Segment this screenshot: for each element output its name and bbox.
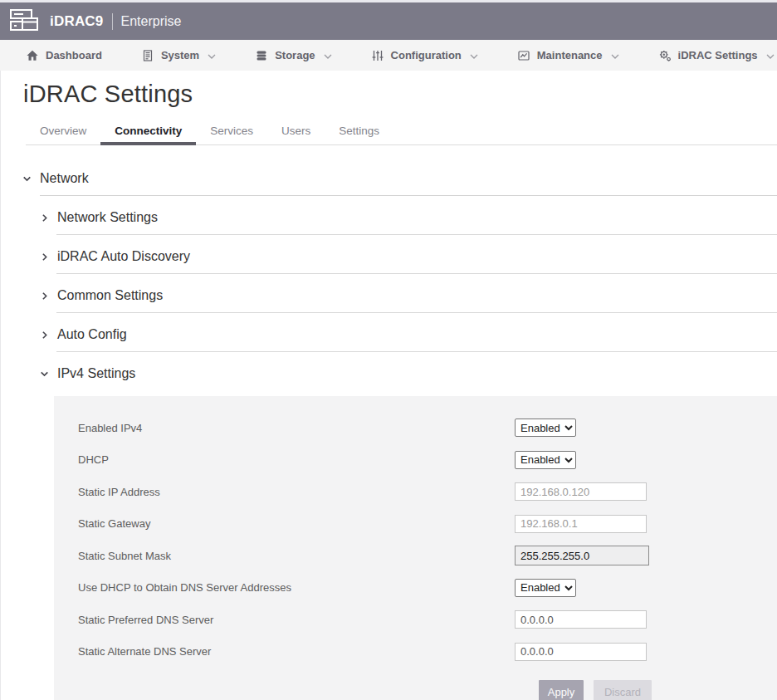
sliders-icon: [371, 49, 384, 62]
section-auto-config[interactable]: Auto Config: [0, 313, 777, 344]
chevron-down-icon: [766, 54, 775, 59]
form-buttons: Apply Discard: [539, 680, 777, 700]
nav-label: Dashboard: [46, 49, 102, 61]
static-gateway-field: [515, 515, 647, 533]
content-left-edge: [0, 71, 1, 700]
nav-label: iDRAC Settings: [678, 49, 758, 61]
tab-bar: Overview Connectivity Services Users Set…: [26, 120, 777, 145]
idrac-server-logo-icon: [8, 7, 42, 37]
storage-icon: [255, 49, 268, 62]
form-row-dns-from-dhcp: Use DHCP to Obtain DNS Server Addresses …: [78, 572, 777, 605]
field-label: Enabled IPv4: [78, 422, 515, 434]
section-label: IPv4 Settings: [57, 365, 135, 383]
apply-button[interactable]: Apply: [539, 680, 584, 700]
form-row-alternate-dns: Static Alternate DNS Server: [78, 636, 777, 668]
form-row-static-gateway: Static Gateway: [78, 508, 777, 541]
chevron-down-icon: [39, 369, 50, 379]
tab-overview[interactable]: Overview: [26, 120, 100, 145]
chevron-down-icon: [22, 174, 32, 184]
tab-services[interactable]: Services: [196, 120, 267, 145]
nav-item-configuration[interactable]: Configuration: [371, 49, 478, 62]
chevron-right-icon: [39, 213, 50, 223]
page-title: iDRAC Settings: [0, 71, 777, 108]
accordion-sections: Network Network Settings iDRAC Auto Disc…: [0, 155, 777, 700]
section-label: Network: [40, 169, 89, 188]
section-ipv4-settings[interactable]: IPv4 Settings: [0, 352, 777, 383]
brand-name: iDRAC9: [50, 13, 104, 30]
nav-label: Configuration: [391, 49, 462, 61]
form-row-enabled-ipv4: Enabled IPv4 Enabled: [78, 412, 777, 444]
nav-item-maintenance[interactable]: Maintenance: [517, 49, 619, 62]
field-label: DHCP: [78, 453, 515, 466]
chevron-down-icon: [324, 54, 332, 59]
nav-label: System: [161, 49, 199, 61]
field-label: Static Subnet Mask: [78, 550, 515, 562]
chevron-down-icon: [611, 54, 619, 59]
ipv4-settings-panel: Enabled IPv4 Enabled DHCP Enabled Static…: [54, 396, 777, 700]
chevron-right-icon: [39, 291, 50, 301]
section-label: Network Settings: [57, 208, 158, 227]
static-ip-address-field: [515, 482, 647, 501]
chevron-right-icon: [39, 252, 50, 262]
tab-connectivity[interactable]: Connectivity: [100, 120, 196, 145]
nav-item-storage[interactable]: Storage: [255, 49, 331, 62]
static-subnet-mask-field[interactable]: [515, 546, 649, 565]
home-icon: [26, 49, 39, 62]
field-label: Static IP Address: [78, 486, 515, 498]
static-alternate-dns-field[interactable]: [515, 643, 647, 661]
form-row-dhcp: DHCP Enabled: [78, 444, 777, 477]
page-content: iDRAC Settings Overview Connectivity Ser…: [0, 71, 777, 700]
main-nav: Dashboard System Storage: [0, 40, 777, 71]
enabled-ipv4-select[interactable]: Enabled: [515, 419, 576, 437]
gear-icon: [658, 49, 672, 62]
section-label: Common Settings: [57, 286, 163, 305]
section-idrac-auto-discovery[interactable]: iDRAC Auto Discovery: [0, 235, 777, 266]
form-row-preferred-dns: Static Preferred DNS Server: [78, 604, 777, 636]
chevron-down-icon: [470, 54, 478, 59]
section-network[interactable]: Network: [0, 155, 777, 188]
field-label: Static Preferred DNS Server: [78, 614, 515, 626]
brand-separator: [112, 13, 113, 30]
nav-label: Storage: [275, 49, 315, 61]
form-row-static-subnet-mask: Static Subnet Mask: [78, 540, 777, 572]
field-label: Static Gateway: [78, 517, 515, 530]
nav-item-idrac-settings[interactable]: iDRAC Settings: [658, 49, 775, 62]
section-common-settings[interactable]: Common Settings: [0, 274, 777, 305]
maintenance-icon: [517, 49, 530, 62]
chevron-down-icon: [208, 54, 216, 59]
chevron-right-icon: [39, 330, 50, 340]
system-icon: [141, 49, 154, 62]
dns-from-dhcp-select[interactable]: Enabled: [515, 579, 576, 597]
section-label: iDRAC Auto Discovery: [57, 247, 190, 266]
brand-edition: Enterprise: [121, 14, 182, 29]
static-preferred-dns-field[interactable]: [515, 610, 647, 629]
nav-label: Maintenance: [537, 49, 603, 61]
field-label: Use DHCP to Obtain DNS Server Addresses: [78, 581, 515, 594]
nav-item-dashboard[interactable]: Dashboard: [26, 49, 102, 62]
tab-settings[interactable]: Settings: [325, 120, 393, 145]
discard-button: Discard: [594, 680, 652, 700]
form-row-static-ip: Static IP Address: [78, 476, 777, 508]
nav-item-system[interactable]: System: [141, 49, 216, 62]
brand-header: iDRAC9 Enterprise: [0, 2, 777, 40]
dhcp-select[interactable]: Enabled: [515, 451, 576, 469]
section-network-settings[interactable]: Network Settings: [0, 196, 777, 227]
tab-users[interactable]: Users: [267, 120, 325, 145]
section-label: Auto Config: [57, 326, 127, 344]
field-label: Static Alternate DNS Server: [78, 645, 515, 658]
